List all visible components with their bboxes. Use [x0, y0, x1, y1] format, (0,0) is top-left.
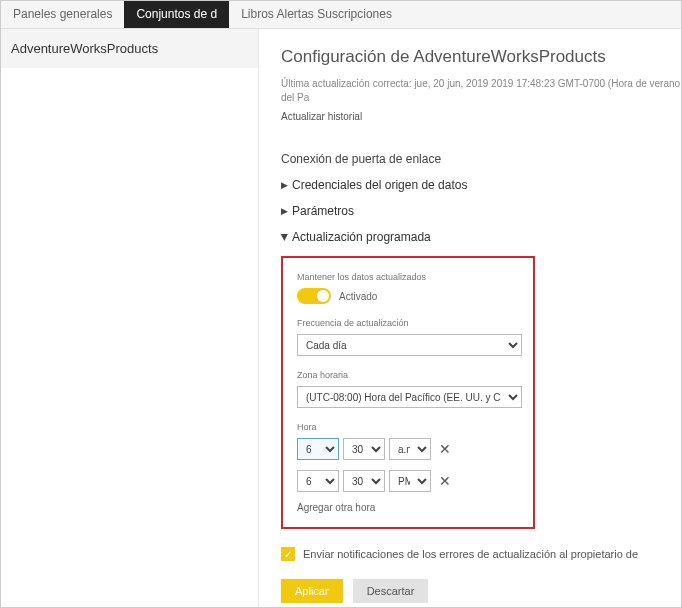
main-content: Configuración de AdventureWorksProducts …	[259, 29, 681, 607]
time-row: 6 30 a.m. ✕	[297, 438, 519, 460]
expander-parameters-label: Parámetros	[292, 204, 354, 218]
minute-select[interactable]: 30	[343, 438, 385, 460]
discard-button[interactable]: Descartar	[353, 579, 429, 603]
page-title: Configuración de AdventureWorksProducts	[281, 47, 681, 67]
delete-time-icon[interactable]: ✕	[439, 473, 451, 489]
timezone-select[interactable]: (UTC-08:00) Hora del Pacífico (EE. UU. y…	[297, 386, 522, 408]
keep-updated-toggle[interactable]	[297, 288, 331, 304]
ampm-select[interactable]: a.m.	[389, 438, 431, 460]
chevron-right-icon: ▶	[281, 206, 288, 216]
button-row: Aplicar Descartar	[281, 579, 681, 603]
tab-datasets[interactable]: Conjuntos de d	[124, 1, 229, 28]
sidebar: AdventureWorksProducts	[1, 29, 259, 607]
tab-alerts-label: Alertas	[277, 7, 314, 21]
ampm-select[interactable]: PM	[389, 470, 431, 492]
tab-books[interactable]: Libros Alertas Suscripciones	[229, 1, 404, 28]
expander-parameters[interactable]: ▶ Parámetros	[281, 204, 681, 218]
section-gateway: Conexión de puerta de enlace	[281, 152, 681, 166]
timezone-label: Zona horaria	[297, 370, 519, 380]
expander-credentials-label: Credenciales del origen de datos	[292, 178, 467, 192]
notify-label: Enviar notificaciones de los errores de …	[303, 548, 638, 560]
expander-credentials[interactable]: ▶ Credenciales del origen de datos	[281, 178, 681, 192]
apply-button[interactable]: Aplicar	[281, 579, 343, 603]
hour-select[interactable]: 6	[297, 438, 339, 460]
tab-bar: Paneles generales Conjuntos de d Libros …	[1, 1, 681, 29]
last-refresh-text: Última actualización correcta: jue, 20 j…	[281, 77, 681, 105]
time-label: Hora	[297, 422, 519, 432]
time-row: 6 30 PM ✕	[297, 470, 519, 492]
notify-row: ✓ Enviar notificaciones de los errores d…	[281, 547, 681, 561]
frequency-select[interactable]: Cada día	[297, 334, 522, 356]
toggle-state-label: Activado	[339, 291, 377, 302]
refresh-history-link[interactable]: Actualizar historial	[281, 111, 362, 122]
chevron-right-icon: ▶	[281, 180, 288, 190]
tab-subs-label: Suscripciones	[317, 7, 392, 21]
frequency-label: Frecuencia de actualización	[297, 318, 519, 328]
sidebar-item-dataset[interactable]: AdventureWorksProducts	[1, 29, 258, 68]
keep-updated-label: Mantener los datos actualizados	[297, 272, 519, 282]
notify-checkbox[interactable]: ✓	[281, 547, 295, 561]
add-time-link[interactable]: Agregar otra hora	[297, 502, 519, 513]
tab-panels[interactable]: Paneles generales	[1, 1, 124, 28]
expander-schedule[interactable]: ▶ Actualización programada	[281, 230, 681, 244]
hour-select[interactable]: 6	[297, 470, 339, 492]
chevron-down-icon: ▶	[280, 234, 290, 241]
tab-books-label: Libros	[241, 7, 274, 21]
expander-schedule-label: Actualización programada	[292, 230, 431, 244]
delete-time-icon[interactable]: ✕	[439, 441, 451, 457]
schedule-panel: Mantener los datos actualizados Activado…	[281, 256, 535, 529]
minute-select[interactable]: 30	[343, 470, 385, 492]
